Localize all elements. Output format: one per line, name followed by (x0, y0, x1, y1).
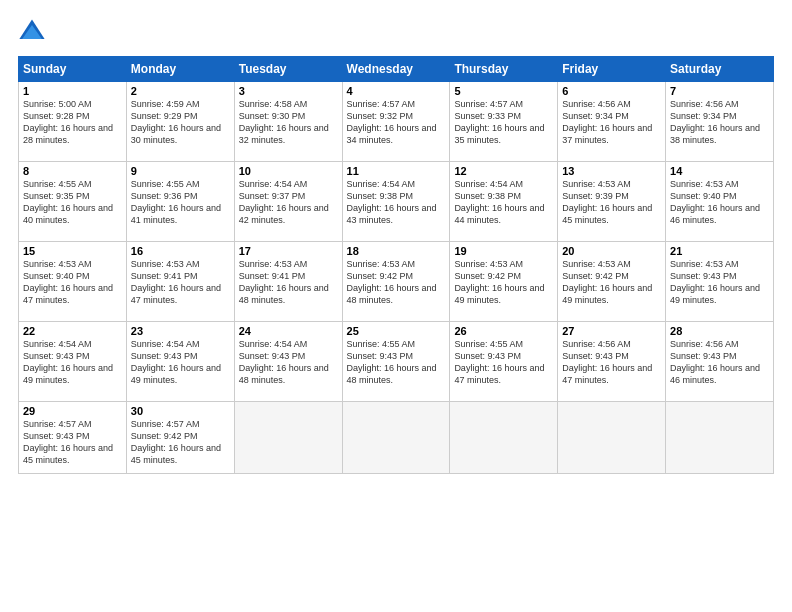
logo-icon (18, 18, 46, 46)
calendar-table: SundayMondayTuesdayWednesdayThursdayFrid… (18, 56, 774, 474)
day-number: 20 (562, 245, 661, 257)
day-info: Sunrise: 4:54 AMSunset: 9:43 PMDaylight:… (131, 338, 230, 387)
calendar-cell: 13Sunrise: 4:53 AMSunset: 9:39 PMDayligh… (558, 162, 666, 242)
day-info: Sunrise: 4:55 AMSunset: 9:35 PMDaylight:… (23, 178, 122, 227)
calendar-cell (666, 402, 774, 474)
day-info: Sunrise: 4:54 AMSunset: 9:38 PMDaylight:… (454, 178, 553, 227)
calendar-cell: 10Sunrise: 4:54 AMSunset: 9:37 PMDayligh… (234, 162, 342, 242)
day-info: Sunrise: 4:57 AMSunset: 9:42 PMDaylight:… (131, 418, 230, 467)
calendar-cell: 6Sunrise: 4:56 AMSunset: 9:34 PMDaylight… (558, 82, 666, 162)
day-info: Sunrise: 4:56 AMSunset: 9:43 PMDaylight:… (670, 338, 769, 387)
header-friday: Friday (558, 57, 666, 82)
day-info: Sunrise: 4:55 AMSunset: 9:43 PMDaylight:… (347, 338, 446, 387)
calendar-cell: 29Sunrise: 4:57 AMSunset: 9:43 PMDayligh… (19, 402, 127, 474)
day-info: Sunrise: 4:56 AMSunset: 9:34 PMDaylight:… (670, 98, 769, 147)
day-info: Sunrise: 4:53 AMSunset: 9:42 PMDaylight:… (562, 258, 661, 307)
day-number: 4 (347, 85, 446, 97)
calendar-cell: 4Sunrise: 4:57 AMSunset: 9:32 PMDaylight… (342, 82, 450, 162)
calendar-cell: 12Sunrise: 4:54 AMSunset: 9:38 PMDayligh… (450, 162, 558, 242)
header-monday: Monday (126, 57, 234, 82)
calendar-cell: 1Sunrise: 5:00 AMSunset: 9:28 PMDaylight… (19, 82, 127, 162)
day-number: 11 (347, 165, 446, 177)
calendar-cell: 3Sunrise: 4:58 AMSunset: 9:30 PMDaylight… (234, 82, 342, 162)
calendar-cell: 24Sunrise: 4:54 AMSunset: 9:43 PMDayligh… (234, 322, 342, 402)
day-info: Sunrise: 4:53 AMSunset: 9:41 PMDaylight:… (131, 258, 230, 307)
day-info: Sunrise: 4:53 AMSunset: 9:39 PMDaylight:… (562, 178, 661, 227)
calendar-cell: 23Sunrise: 4:54 AMSunset: 9:43 PMDayligh… (126, 322, 234, 402)
calendar-cell: 25Sunrise: 4:55 AMSunset: 9:43 PMDayligh… (342, 322, 450, 402)
logo (18, 18, 50, 46)
calendar-cell: 11Sunrise: 4:54 AMSunset: 9:38 PMDayligh… (342, 162, 450, 242)
day-number: 13 (562, 165, 661, 177)
day-number: 9 (131, 165, 230, 177)
day-number: 14 (670, 165, 769, 177)
calendar-week-5: 29Sunrise: 4:57 AMSunset: 9:43 PMDayligh… (19, 402, 774, 474)
calendar-cell: 27Sunrise: 4:56 AMSunset: 9:43 PMDayligh… (558, 322, 666, 402)
day-number: 10 (239, 165, 338, 177)
calendar-cell: 7Sunrise: 4:56 AMSunset: 9:34 PMDaylight… (666, 82, 774, 162)
calendar-cell: 21Sunrise: 4:53 AMSunset: 9:43 PMDayligh… (666, 242, 774, 322)
day-number: 28 (670, 325, 769, 337)
day-info: Sunrise: 4:54 AMSunset: 9:43 PMDaylight:… (23, 338, 122, 387)
calendar-cell: 8Sunrise: 4:55 AMSunset: 9:35 PMDaylight… (19, 162, 127, 242)
day-number: 21 (670, 245, 769, 257)
day-info: Sunrise: 4:53 AMSunset: 9:41 PMDaylight:… (239, 258, 338, 307)
day-number: 2 (131, 85, 230, 97)
day-info: Sunrise: 4:57 AMSunset: 9:32 PMDaylight:… (347, 98, 446, 147)
day-info: Sunrise: 5:00 AMSunset: 9:28 PMDaylight:… (23, 98, 122, 147)
day-number: 16 (131, 245, 230, 257)
day-info: Sunrise: 4:53 AMSunset: 9:42 PMDaylight:… (347, 258, 446, 307)
day-number: 26 (454, 325, 553, 337)
day-info: Sunrise: 4:56 AMSunset: 9:34 PMDaylight:… (562, 98, 661, 147)
day-info: Sunrise: 4:57 AMSunset: 9:43 PMDaylight:… (23, 418, 122, 467)
header-thursday: Thursday (450, 57, 558, 82)
calendar-cell: 17Sunrise: 4:53 AMSunset: 9:41 PMDayligh… (234, 242, 342, 322)
header (18, 18, 774, 46)
day-number: 7 (670, 85, 769, 97)
calendar-cell: 26Sunrise: 4:55 AMSunset: 9:43 PMDayligh… (450, 322, 558, 402)
page: SundayMondayTuesdayWednesdayThursdayFrid… (0, 0, 792, 612)
day-info: Sunrise: 4:53 AMSunset: 9:40 PMDaylight:… (23, 258, 122, 307)
day-info: Sunrise: 4:54 AMSunset: 9:38 PMDaylight:… (347, 178, 446, 227)
day-number: 8 (23, 165, 122, 177)
day-number: 5 (454, 85, 553, 97)
calendar-cell: 2Sunrise: 4:59 AMSunset: 9:29 PMDaylight… (126, 82, 234, 162)
calendar-cell: 30Sunrise: 4:57 AMSunset: 9:42 PMDayligh… (126, 402, 234, 474)
day-info: Sunrise: 4:54 AMSunset: 9:43 PMDaylight:… (239, 338, 338, 387)
calendar-cell: 15Sunrise: 4:53 AMSunset: 9:40 PMDayligh… (19, 242, 127, 322)
calendar-week-3: 15Sunrise: 4:53 AMSunset: 9:40 PMDayligh… (19, 242, 774, 322)
day-number: 30 (131, 405, 230, 417)
calendar-week-4: 22Sunrise: 4:54 AMSunset: 9:43 PMDayligh… (19, 322, 774, 402)
calendar-cell: 14Sunrise: 4:53 AMSunset: 9:40 PMDayligh… (666, 162, 774, 242)
calendar-header-row: SundayMondayTuesdayWednesdayThursdayFrid… (19, 57, 774, 82)
day-number: 1 (23, 85, 122, 97)
day-info: Sunrise: 4:53 AMSunset: 9:40 PMDaylight:… (670, 178, 769, 227)
header-sunday: Sunday (19, 57, 127, 82)
day-info: Sunrise: 4:55 AMSunset: 9:36 PMDaylight:… (131, 178, 230, 227)
calendar-cell (342, 402, 450, 474)
day-info: Sunrise: 4:56 AMSunset: 9:43 PMDaylight:… (562, 338, 661, 387)
day-number: 29 (23, 405, 122, 417)
calendar-cell: 16Sunrise: 4:53 AMSunset: 9:41 PMDayligh… (126, 242, 234, 322)
header-tuesday: Tuesday (234, 57, 342, 82)
calendar-cell: 18Sunrise: 4:53 AMSunset: 9:42 PMDayligh… (342, 242, 450, 322)
calendar-cell: 22Sunrise: 4:54 AMSunset: 9:43 PMDayligh… (19, 322, 127, 402)
day-number: 22 (23, 325, 122, 337)
calendar-cell (450, 402, 558, 474)
header-wednesday: Wednesday (342, 57, 450, 82)
calendar-cell (558, 402, 666, 474)
calendar-cell: 19Sunrise: 4:53 AMSunset: 9:42 PMDayligh… (450, 242, 558, 322)
calendar-cell: 5Sunrise: 4:57 AMSunset: 9:33 PMDaylight… (450, 82, 558, 162)
day-number: 18 (347, 245, 446, 257)
day-number: 17 (239, 245, 338, 257)
day-number: 12 (454, 165, 553, 177)
day-number: 19 (454, 245, 553, 257)
day-number: 15 (23, 245, 122, 257)
day-number: 25 (347, 325, 446, 337)
day-info: Sunrise: 4:59 AMSunset: 9:29 PMDaylight:… (131, 98, 230, 147)
day-number: 3 (239, 85, 338, 97)
day-number: 6 (562, 85, 661, 97)
day-info: Sunrise: 4:55 AMSunset: 9:43 PMDaylight:… (454, 338, 553, 387)
day-info: Sunrise: 4:53 AMSunset: 9:42 PMDaylight:… (454, 258, 553, 307)
header-saturday: Saturday (666, 57, 774, 82)
